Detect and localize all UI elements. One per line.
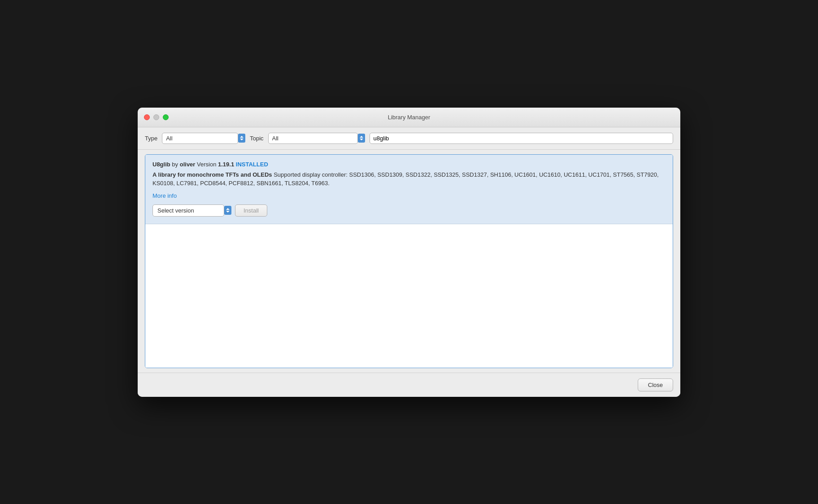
type-select-arrow-icon: [238, 134, 245, 143]
library-author: oliver: [180, 161, 196, 168]
version-arrow-up-icon: [226, 208, 230, 210]
arrow-up-icon-2: [360, 136, 363, 138]
toolbar: Type All Topic All: [138, 127, 680, 150]
version-arrow-down-icon: [226, 211, 230, 213]
library-description: A library for monochrome TFTs and OLEDs …: [152, 170, 666, 188]
window-title: Library Manager: [388, 114, 431, 121]
close-window-button[interactable]: [144, 114, 150, 120]
library-actions: Select version Install: [152, 204, 666, 217]
type-select-wrapper: All: [162, 133, 245, 144]
close-button[interactable]: Close: [638, 378, 673, 391]
version-select-arrow-icon: [224, 206, 231, 215]
arrow-up-icon: [240, 136, 244, 138]
version-select-wrapper: Select version: [152, 204, 231, 217]
library-description-bold: A library for monochrome TFTs and OLEDs: [152, 171, 272, 178]
topic-select[interactable]: All: [268, 133, 358, 144]
bottom-bar: Close: [138, 373, 680, 397]
content-area: U8glib by oliver Version 1.19.1 INSTALLE…: [138, 150, 680, 373]
library-manager-window: Library Manager Type All Topic All: [138, 108, 680, 397]
library-by-label: by: [172, 161, 178, 168]
type-label: Type: [145, 135, 157, 142]
arrow-down-icon: [240, 139, 244, 140]
maximize-window-button[interactable]: [163, 114, 169, 120]
library-item: U8glib by oliver Version 1.19.1 INSTALLE…: [145, 155, 673, 224]
install-button[interactable]: Install: [235, 204, 267, 217]
version-select[interactable]: Select version: [152, 204, 224, 217]
library-installed-badge: INSTALLED: [236, 161, 268, 168]
topic-label: Topic: [250, 135, 263, 142]
library-list: U8glib by oliver Version 1.19.1 INSTALLE…: [145, 154, 673, 368]
library-name: U8glib: [152, 161, 170, 168]
topic-select-wrapper: All: [268, 133, 365, 144]
arrow-down-icon-2: [360, 139, 363, 140]
library-version: 1.19.1: [218, 161, 234, 168]
type-select[interactable]: All: [162, 133, 238, 144]
topic-select-arrow-icon: [358, 134, 365, 143]
search-input[interactable]: [370, 133, 673, 144]
minimize-window-button[interactable]: [153, 114, 159, 120]
library-empty-area: [145, 224, 673, 368]
library-version-label: Version: [197, 161, 218, 168]
traffic-lights: [144, 114, 169, 120]
library-item-header: U8glib by oliver Version 1.19.1 INSTALLE…: [152, 161, 666, 168]
title-bar: Library Manager: [138, 108, 680, 127]
more-info-link[interactable]: More info: [152, 192, 177, 199]
